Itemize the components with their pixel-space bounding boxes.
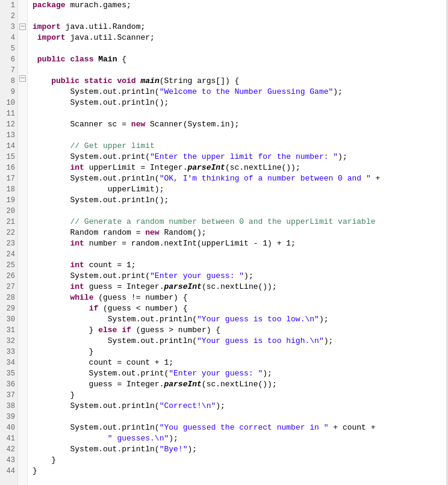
code-line bbox=[33, 412, 448, 422]
code-line: System.out.println("Your guess is too hi… bbox=[33, 336, 448, 347]
code-line: Random random = new Random(); bbox=[33, 227, 448, 238]
token-plain bbox=[33, 162, 70, 173]
token-italic: parseInt bbox=[164, 282, 201, 292]
line-number-gutter: 1234567891011121314151617181920212223242… bbox=[0, 0, 18, 485]
token-kw: public bbox=[37, 54, 66, 65]
line-number: 33 bbox=[7, 347, 15, 357]
token-str: "Your guess is too high.\n" bbox=[197, 336, 324, 347]
token-plain: upperLimit = Integer. bbox=[84, 162, 188, 173]
token-plain: ); bbox=[187, 444, 197, 455]
token-plain bbox=[33, 141, 70, 152]
line-number: 44 bbox=[7, 466, 15, 477]
token-plain: Random random = bbox=[33, 227, 145, 238]
token-plain bbox=[33, 282, 70, 292]
line-number: 41 bbox=[7, 433, 15, 444]
code-line: package murach.games; bbox=[33, 0, 448, 11]
fold-gutter[interactable]: −− bbox=[18, 0, 28, 485]
token-plain: } bbox=[33, 325, 98, 336]
code-line: } bbox=[33, 466, 448, 477]
token-kw: new bbox=[145, 227, 159, 238]
token-plain bbox=[33, 54, 37, 65]
line-number: 8 bbox=[11, 76, 15, 87]
token-plain bbox=[117, 325, 122, 336]
token-plain: System.out.print( bbox=[33, 368, 169, 379]
code-line: public static void main(String args[]) { bbox=[33, 76, 448, 87]
token-plain: Scanner(System.in); bbox=[145, 119, 239, 130]
code-line: while (guess != number) { bbox=[33, 292, 448, 303]
code-line: } else if (guess > number) { bbox=[33, 325, 448, 336]
token-plain: } bbox=[33, 455, 56, 466]
line-number: 29 bbox=[7, 303, 15, 314]
token-plain bbox=[33, 260, 70, 271]
code-editor: 1234567891011121314151617181920212223242… bbox=[0, 0, 448, 485]
line-number: 36 bbox=[7, 379, 15, 390]
token-plain bbox=[33, 292, 70, 303]
token-italic: parseInt bbox=[164, 379, 201, 390]
token-plain: ); bbox=[338, 152, 347, 162]
code-line: import java.util.Random; bbox=[33, 22, 448, 32]
token-plain: System.out.println( bbox=[33, 173, 160, 184]
line-number: 11 bbox=[7, 108, 15, 119]
line-number: 30 bbox=[7, 314, 15, 325]
code-line: if (guess < number) { bbox=[33, 303, 448, 314]
token-comment: // Get upper limit bbox=[70, 141, 154, 152]
code-line: System.out.println("Correct!\n"); bbox=[33, 401, 448, 412]
token-plain: } bbox=[33, 390, 75, 401]
token-plain bbox=[33, 217, 70, 227]
token-plain: (sc.nextLine()); bbox=[225, 162, 300, 173]
token-plain: Scanner sc = bbox=[33, 119, 131, 130]
line-number: 42 bbox=[7, 444, 15, 455]
code-line: " guesses.\n"); bbox=[33, 433, 448, 444]
token-kw: else bbox=[98, 325, 117, 336]
token-kw: import bbox=[33, 22, 61, 32]
token-plain: java.util.Random; bbox=[61, 22, 145, 32]
token-plain: System.out.println(); bbox=[33, 97, 169, 108]
token-str: " guesses.\n" bbox=[108, 433, 169, 444]
token-str: "Bye!" bbox=[160, 444, 188, 455]
line-number: 7 bbox=[11, 65, 15, 76]
code-content: package murach.games; import java.util.R… bbox=[28, 0, 448, 485]
token-plain: ); bbox=[319, 314, 329, 325]
line-number: 2 bbox=[11, 11, 15, 22]
line-number: 27 bbox=[7, 282, 15, 292]
line-number: 39 bbox=[7, 412, 15, 422]
token-plain: System.out.print( bbox=[33, 271, 150, 282]
token-str: "Enter your guess: " bbox=[169, 368, 263, 379]
fold-marker[interactable]: − bbox=[19, 23, 26, 30]
line-number: 16 bbox=[7, 162, 15, 173]
code-line: System.out.println("OK, I'm thinking of … bbox=[33, 173, 448, 184]
token-kw: int bbox=[70, 238, 84, 249]
token-plain: + count + bbox=[329, 422, 376, 433]
token-plain bbox=[93, 54, 98, 65]
fold-marker[interactable]: − bbox=[19, 75, 26, 82]
token-plain: upperLimit); bbox=[33, 184, 164, 195]
line-number: 5 bbox=[11, 43, 15, 54]
token-plain: System.out.println( bbox=[33, 336, 197, 347]
code-line bbox=[33, 108, 448, 119]
token-kw: while bbox=[70, 292, 93, 303]
line-number: 37 bbox=[7, 390, 15, 401]
token-plain: (sc.nextLine()); bbox=[202, 282, 277, 292]
line-number: 20 bbox=[7, 206, 15, 217]
line-number: 13 bbox=[7, 130, 15, 141]
line-number: 4 bbox=[11, 32, 15, 43]
token-plain: (guess < number) { bbox=[98, 303, 187, 314]
line-number: 35 bbox=[7, 368, 15, 379]
line-number: 6 bbox=[11, 54, 15, 65]
token-kw: if bbox=[122, 325, 131, 336]
token-kw: int bbox=[70, 282, 84, 292]
token-str: "Enter the upper limit for the number: " bbox=[150, 152, 338, 162]
token-plain: count = count + 1; bbox=[33, 357, 173, 368]
token-plain bbox=[33, 238, 70, 249]
token-str: "You guessed the correct number in " bbox=[160, 422, 329, 433]
token-plain bbox=[33, 32, 37, 43]
token-plain bbox=[33, 76, 51, 87]
line-number: 38 bbox=[7, 401, 15, 412]
code-line: System.out.print("Enter your guess: "); bbox=[33, 368, 448, 379]
line-number: 31 bbox=[7, 325, 15, 336]
token-kw: if bbox=[89, 303, 99, 314]
token-str: "Welcome to the Number Guessing Game" bbox=[160, 87, 334, 97]
code-line bbox=[33, 11, 448, 22]
token-italic: main bbox=[141, 76, 160, 87]
token-plain: count = 1; bbox=[84, 260, 136, 271]
